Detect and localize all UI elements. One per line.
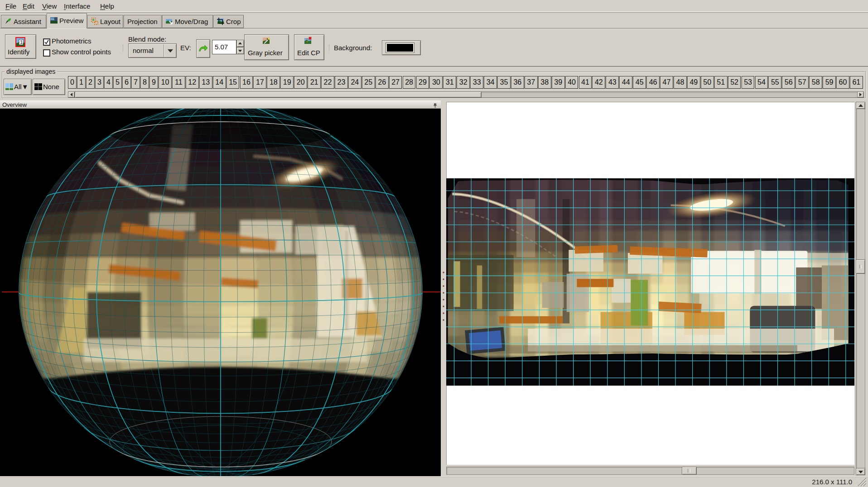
svg-text:GL: GL xyxy=(51,18,55,20)
svg-text:1: 1 xyxy=(20,39,23,45)
